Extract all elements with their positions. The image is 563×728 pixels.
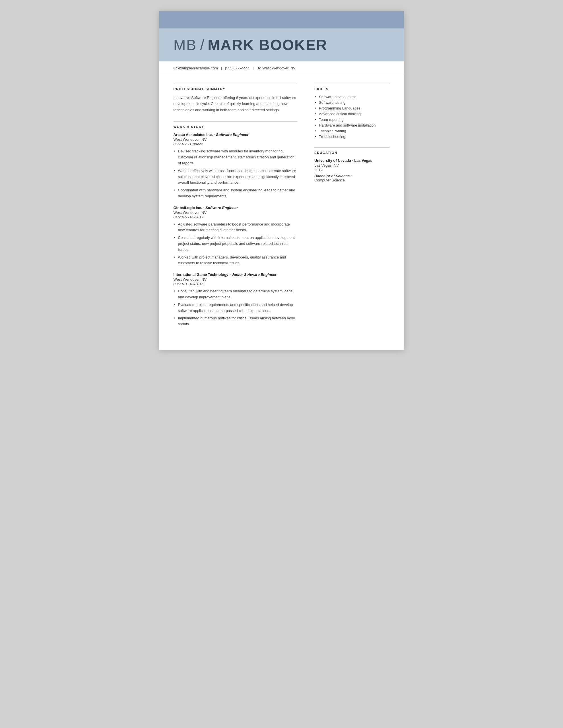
job-entry-3: International Game Technology - Junior S… <box>173 272 298 327</box>
professional-summary-title: PROFESSIONAL SUMMARY <box>173 84 298 91</box>
work-history-title: WORK HISTORY <box>173 121 298 129</box>
edu-entry-1: University of Nevada - Las Vegas Las Veg… <box>315 158 390 182</box>
edu-degree: Bachelor of Science : Computer Science <box>315 174 390 182</box>
job-3-company: International Game Technology <box>173 272 228 277</box>
job-entry-1: Arcata Associates Inc. - Software Engine… <box>173 133 298 199</box>
job-1-dates: 06/2017 - Current <box>173 142 298 146</box>
list-item: Advanced critical thinking <box>315 112 390 116</box>
header-name-block: MB / MARK BOOKER <box>173 36 390 53</box>
email-value: example@example.com <box>178 66 218 70</box>
job-3-location: West Wendover, NV <box>173 277 298 282</box>
right-column: SKILLS Software development Software tes… <box>315 84 390 336</box>
left-column: PROFESSIONAL SUMMARY Innovative Software… <box>173 84 298 336</box>
job-2-bullets: Adjusted software parameters to boost pe… <box>173 222 298 266</box>
job-3-bullets: Consulted with engineering team members … <box>173 288 298 327</box>
list-item: Adjusted software parameters to boost pe… <box>173 222 298 233</box>
job-1-company: Arcata Associates Inc. <box>173 133 213 137</box>
edu-school: University of Nevada - Las Vegas <box>315 158 390 163</box>
header-slash: / <box>200 36 204 53</box>
skills-title: SKILLS <box>315 84 390 91</box>
job-2-title: Software Engineer <box>205 206 238 210</box>
list-item: Software development <box>315 95 390 99</box>
job-1-bullets: Devised tracking software with modules f… <box>173 148 298 199</box>
edu-degree-field: Computer Science <box>315 178 345 182</box>
resume-page: MB / MARK BOOKER E: example@example.com … <box>159 11 404 350</box>
list-item: Programming Languages <box>315 106 390 110</box>
job-2-location: West Wendover, NV <box>173 210 298 215</box>
top-banner <box>159 11 404 28</box>
job-1-location: West Wendover, NV <box>173 137 298 142</box>
education-title: EDUCATION <box>315 147 390 154</box>
list-item: Consulted regularly with internal custom… <box>173 235 298 253</box>
job-2-dates: 04/2015 - 05/2017 <box>173 215 298 219</box>
list-item: Team reporting <box>315 117 390 122</box>
header-full-name: MARK BOOKER <box>208 36 328 53</box>
address-label: A: <box>257 66 261 70</box>
job-3-title: Junior Software Engineer <box>231 272 276 277</box>
address-value: West Wendover, NV <box>262 66 296 70</box>
job-1-title: Software Engineer <box>216 133 248 137</box>
skills-section: SKILLS Software development Software tes… <box>315 84 390 139</box>
list-item: Hardware and software installation <box>315 123 390 127</box>
professional-summary-section: PROFESSIONAL SUMMARY Innovative Software… <box>173 84 298 113</box>
header-section: MB / MARK BOOKER <box>159 28 404 61</box>
job-entry-2: GlobalLogic Inc. - Software Engineer Wes… <box>173 206 298 266</box>
work-history-section: WORK HISTORY Arcata Associates Inc. - So… <box>173 121 298 327</box>
list-item: Technical writing <box>315 129 390 133</box>
list-item: Evaluated project requirements and speci… <box>173 302 298 314</box>
edu-year: 2012 <box>315 168 390 172</box>
header-initials: MB <box>173 36 197 53</box>
list-item: Devised tracking software with modules f… <box>173 148 298 166</box>
main-content: PROFESSIONAL SUMMARY Innovative Software… <box>159 75 404 350</box>
edu-location: Las Vegas, NV <box>315 163 390 167</box>
list-item: Consulted with engineering team members … <box>173 288 298 300</box>
professional-summary-text: Innovative Software Engineer offering 6 … <box>173 95 298 113</box>
email-label: E: <box>173 66 177 70</box>
contact-bar: E: example@example.com | (555) 555-5555 … <box>159 61 404 75</box>
job-3-dates: 03/2013 - 03/2015 <box>173 282 298 286</box>
job-3-company-title: International Game Technology - Junior S… <box>173 272 298 277</box>
list-item: Worked with project managers, developers… <box>173 255 298 266</box>
phone-value: (555) 555-5555 <box>225 66 250 70</box>
job-2-company-title: GlobalLogic Inc. - Software Engineer <box>173 206 298 210</box>
skills-list: Software development Software testing Pr… <box>315 95 390 139</box>
list-item: Worked effectively with cross-functional… <box>173 168 298 186</box>
job-1-company-title: Arcata Associates Inc. - Software Engine… <box>173 133 298 137</box>
list-item: Coordinated with hardware and system eng… <box>173 187 298 199</box>
job-2-company: GlobalLogic Inc. <box>173 206 202 210</box>
edu-degree-type: Bachelor of Science <box>315 174 350 178</box>
list-item: Software testing <box>315 100 390 105</box>
education-section: EDUCATION University of Nevada - Las Veg… <box>315 147 390 182</box>
list-item: Implemented numerous hotfixes for critic… <box>173 315 298 327</box>
list-item: Troubleshooting <box>315 135 390 139</box>
